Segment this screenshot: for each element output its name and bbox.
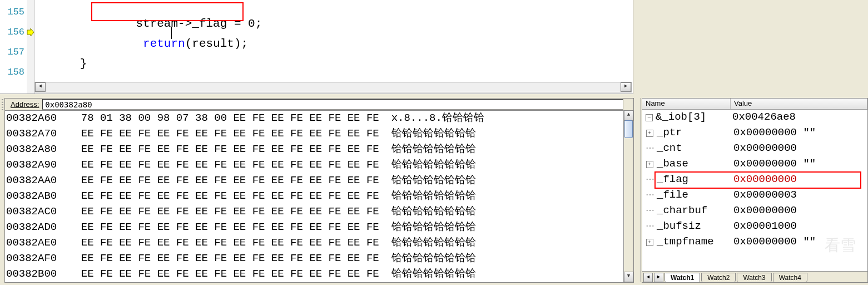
memory-bytes: EE FE EE FE EE FE EE FE EE FE EE FE EE F…: [63, 126, 379, 141]
watch-name: &_iob[3]: [656, 109, 730, 125]
watch-row[interactable]: +_base0x00000000 "": [642, 156, 867, 171]
memory-ascii: 铪铪铪铪铪铪铪铪: [379, 266, 476, 282]
watch-header: Name Value: [642, 99, 867, 110]
scroll-left-button[interactable]: ◄: [35, 82, 46, 92]
watch-header-value[interactable]: Value: [731, 99, 867, 109]
memory-bytes: EE FE EE FE EE FE EE FE EE FE EE FE EE F…: [63, 219, 379, 235]
scroll-up-button[interactable]: ▲: [624, 110, 633, 121]
scroll-thumb[interactable]: [624, 120, 633, 138]
tab-scroll-right[interactable]: ►: [654, 273, 663, 282]
expand-plus-icon[interactable]: +: [642, 125, 656, 140]
watch-row[interactable]: −&_iob[3]0x00426ae8: [642, 109, 867, 125]
memory-address: 00382A60: [5, 110, 63, 126]
memory-row[interactable]: 00382AA0 EE FE EE FE EE FE EE FE EE FE E…: [5, 173, 624, 188]
marker-column: [27, 0, 35, 94]
memory-ascii: 铪铪铪铪铪铪铪铪: [379, 250, 476, 266]
memory-row[interactable]: 00382A60 78 01 38 00 98 07 38 00 EE FE E…: [5, 110, 624, 126]
watch-row[interactable]: ⋯_cnt0x00000000: [642, 140, 867, 156]
memory-ascii: 铪铪铪铪铪铪铪铪: [379, 173, 476, 188]
address-input[interactable]: [42, 99, 623, 110]
memory-ascii: 铪铪铪铪铪铪铪铪: [379, 141, 476, 157]
memory-address: 00382A80: [5, 141, 63, 157]
code-token: 0: [248, 17, 255, 30]
scroll-track[interactable]: [46, 82, 621, 92]
memory-address: 00382AD0: [5, 219, 63, 235]
memory-address: 00382AB0: [5, 188, 63, 204]
memory-ascii: 铪铪铪铪铪铪铪铪: [379, 188, 476, 204]
code-body[interactable]: stream->_flag = 0; return(result); }: [34, 0, 633, 94]
watch-name: _file: [656, 187, 731, 203]
memory-bytes: EE FE EE FE EE FE EE FE EE FE EE FE EE F…: [63, 188, 379, 204]
memory-ascii: x.8...8.铪铪铪铪: [379, 110, 484, 126]
watch-row[interactable]: +_ptr0x00000000 "": [642, 125, 867, 140]
watch-value: 0x00000000 "": [731, 156, 867, 171]
memory-bytes: EE FE EE FE EE FE EE FE EE FE EE FE EE F…: [63, 250, 379, 266]
watch-pane: Name Value −&_iob[3]0x00426ae8 +_ptr0x00…: [642, 98, 868, 283]
code-indent: [80, 37, 143, 50]
memory-row[interactable]: 00382B00 EE FE EE FE EE FE EE FE EE FE E…: [5, 266, 624, 282]
watch-row[interactable]: ⋯_file0x00000003: [642, 187, 867, 203]
watch-header-name[interactable]: Name: [642, 99, 731, 109]
memory-hex-view[interactable]: 00382A60 78 01 38 00 98 07 38 00 EE FE E…: [5, 110, 624, 282]
watch-name: _cnt: [656, 140, 731, 156]
tab-watch2[interactable]: Watch2: [701, 273, 736, 282]
expand-plus-icon[interactable]: +: [642, 156, 656, 171]
memory-row[interactable]: 00382AC0 EE FE EE FE EE FE EE FE EE FE E…: [5, 204, 624, 219]
memory-bytes: EE FE EE FE EE FE EE FE EE FE EE FE EE F…: [63, 235, 379, 250]
memory-address: 00382AA0: [5, 173, 63, 188]
code-keyword: return: [143, 37, 185, 50]
address-label: Address:: [5, 100, 42, 109]
memory-row[interactable]: 00382A90 EE FE EE FE EE FE EE FE EE FE E…: [5, 157, 624, 173]
watch-name: _tmpfname: [656, 234, 731, 249]
memory-row[interactable]: 00382A80 EE FE EE FE EE FE EE FE EE FE E…: [5, 141, 624, 157]
code-token: }: [80, 57, 87, 70]
tab-watch1[interactable]: Watch1: [664, 273, 700, 282]
tab-watch3[interactable]: Watch3: [737, 273, 771, 282]
line-number-gutter: 155 156 157 158: [0, 0, 27, 94]
scroll-down-button[interactable]: ▼: [624, 272, 633, 282]
watch-value: 0x00000000: [731, 140, 867, 156]
memory-bytes: EE FE EE FE EE FE EE FE EE FE EE FE EE F…: [63, 204, 379, 219]
current-line-arrow-icon: [27, 28, 34, 39]
tree-leaf-icon: ⋯: [642, 203, 656, 219]
text-caret: [171, 27, 172, 39]
tab-scroll-left[interactable]: ◄: [643, 273, 653, 282]
memory-bytes: EE FE EE FE EE FE EE FE EE FE EE FE EE F…: [63, 141, 379, 157]
memory-row[interactable]: 00382AD0 EE FE EE FE EE FE EE FE EE FE E…: [5, 219, 624, 235]
watch-row[interactable]: ⋯_bufsiz0x00001000: [642, 218, 867, 234]
tree-leaf-icon: ⋯: [642, 171, 656, 188]
memory-address: 00382A90: [5, 157, 63, 173]
expand-minus-icon[interactable]: −: [642, 109, 656, 125]
tree-leaf-icon: ⋯: [642, 187, 656, 203]
watch-body[interactable]: −&_iob[3]0x00426ae8 +_ptr0x00000000 "" ⋯…: [642, 109, 867, 272]
expand-plus-icon[interactable]: +: [642, 234, 656, 249]
watch-name: _bufsiz: [656, 218, 731, 234]
watch-value: 0x00000000 "": [731, 234, 867, 249]
watch-row[interactable]: ⋯_charbuf0x00000000: [642, 203, 867, 218]
watch-tabs: ◄ ► Watch1 Watch2 Watch3 Watch4: [642, 271, 867, 282]
memory-address: 00382AE0: [5, 235, 63, 250]
memory-row[interactable]: 00382A70 EE FE EE FE EE FE EE FE EE FE E…: [5, 126, 624, 141]
memory-ascii: 铪铪铪铪铪铪铪铪: [379, 235, 476, 250]
watch-name: _base: [656, 156, 731, 171]
watch-value: 0x00000000: [731, 203, 867, 218]
line-number: 157: [0, 47, 24, 57]
watch-value: 0x00001000: [731, 218, 867, 234]
scroll-right-button[interactable]: ►: [621, 82, 631, 92]
tree-leaf-icon: ⋯: [642, 218, 656, 234]
memory-row[interactable]: 00382AF0 EE FE EE FE EE FE EE FE EE FE E…: [5, 250, 624, 266]
horizontal-scrollbar[interactable]: ◄ ►: [34, 82, 632, 92]
memory-address: 00382AC0: [5, 204, 63, 219]
memory-bytes: EE FE EE FE EE FE EE FE EE FE EE FE EE F…: [63, 173, 379, 188]
svg-marker-0: [27, 28, 34, 36]
vertical-scrollbar[interactable]: ▲ ▼: [623, 110, 633, 282]
memory-row[interactable]: 00382AB0 EE FE EE FE EE FE EE FE EE FE E…: [5, 188, 624, 204]
memory-ascii: 铪铪铪铪铪铪铪铪: [379, 204, 476, 219]
pane-resize-handle[interactable]: [636, 98, 641, 282]
memory-row[interactable]: 00382AE0 EE FE EE FE EE FE EE FE EE FE E…: [5, 235, 624, 250]
memory-address: 00382AF0: [5, 250, 63, 266]
code-token: ;: [255, 17, 262, 30]
watch-row[interactable]: +_tmpfname0x00000000 "": [642, 234, 867, 249]
line-number: 156: [0, 27, 24, 37]
tab-watch4[interactable]: Watch4: [773, 273, 807, 282]
